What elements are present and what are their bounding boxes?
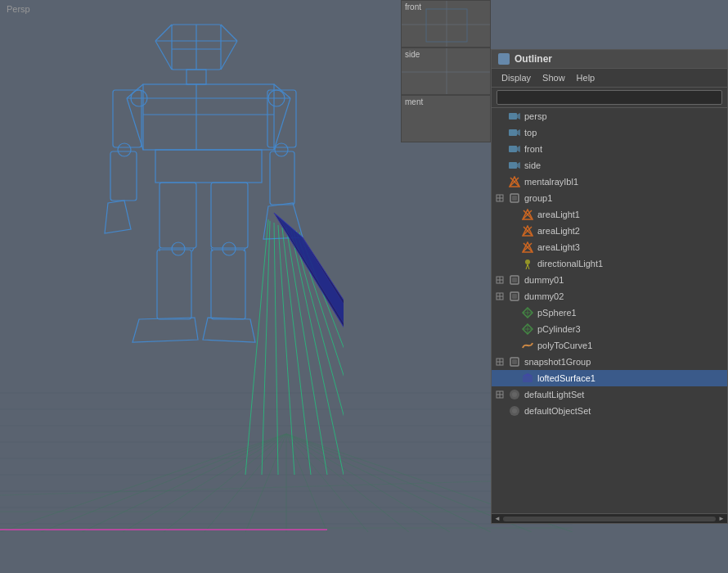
outliner-item-snapshot1Group[interactable]: snapshot1Group (492, 354, 727, 370)
item-icon-pSphere1 (521, 306, 534, 319)
thumbnail-ment[interactable]: ment (401, 95, 491, 142)
svg-marker-56 (203, 318, 255, 342)
outliner-item-loftedSurface1[interactable]: loftedSurface1 (492, 370, 727, 386)
item-icon-top (508, 126, 521, 139)
item-icon-polyToCurve1 (521, 339, 534, 352)
expand-btn-group1[interactable] (495, 193, 505, 203)
svg-point-139 (512, 392, 517, 397)
svg-line-38 (274, 84, 290, 98)
outliner-item-pCylinder3[interactable]: pCylinder3 (492, 321, 727, 337)
thumb-front-grid (402, 1, 491, 47)
scroll-right-arrow[interactable]: ► (717, 515, 726, 523)
svg-rect-44 (155, 150, 262, 183)
svg-point-109 (525, 259, 530, 264)
outliner-item-areaLight1[interactable]: areaLight1 (492, 206, 727, 223)
outliner-panel: Outliner Display Show Help persp top fro… (491, 49, 728, 524)
svg-rect-133 (523, 376, 533, 382)
viewport-corner-label: Persp (7, 4, 30, 14)
item-label-polyToCurve1: polyToCurve1 (537, 341, 724, 350)
outliner-item-defaultObjectSet[interactable]: defaultObjectSet (492, 403, 727, 419)
item-label-persp: persp (524, 111, 724, 121)
svg-marker-91 (517, 162, 520, 169)
item-label-areaLight1: areaLight1 (537, 210, 724, 219)
item-icon-directionalLight1 (521, 257, 534, 270)
svg-marker-87 (517, 129, 520, 136)
svg-rect-52 (211, 183, 248, 248)
item-icon-areaLight2 (521, 224, 534, 237)
svg-line-110 (526, 264, 528, 269)
svg-rect-90 (509, 162, 517, 169)
svg-marker-134 (523, 373, 533, 376)
outliner-item-side[interactable]: side (492, 157, 727, 174)
item-label-areaLight3: areaLight3 (537, 242, 724, 252)
svg-point-66 (222, 242, 236, 255)
svg-rect-35 (186, 70, 206, 84)
outliner-panel-icon (498, 53, 510, 65)
svg-rect-51 (160, 183, 196, 248)
outliner-list[interactable]: persp top front side mentalrayIbl1 group… (492, 108, 727, 513)
item-label-defaultObjectSet: defaultObjectSet (524, 406, 724, 416)
outliner-menu-help[interactable]: Help (572, 71, 600, 84)
thumbnail-front[interactable]: front (401, 0, 491, 47)
outliner-item-pSphere1[interactable]: pSphere1 (492, 305, 727, 321)
outliner-title: Outliner (515, 53, 552, 65)
thumbnail-ment-label: ment (405, 97, 423, 106)
svg-line-28 (155, 25, 172, 41)
svg-line-29 (221, 25, 237, 41)
outliner-item-front[interactable]: front (492, 141, 727, 157)
outliner-item-areaLight3[interactable]: areaLight3 (492, 239, 727, 255)
item-label-loftedSurface1: loftedSurface1 (537, 373, 724, 383)
item-label-dummy01: dummy01 (524, 275, 724, 285)
outliner-item-areaLight2[interactable]: areaLight2 (492, 223, 727, 239)
outliner-menu-show[interactable]: Show (537, 71, 570, 84)
outliner-scrollbar-bottom: ◄ ► (492, 513, 727, 523)
svg-line-58 (192, 248, 194, 251)
svg-point-65 (172, 242, 185, 255)
item-icon-loftedSurface1 (521, 372, 534, 385)
thumbnail-panel: front side ment (401, 0, 491, 142)
outliner-item-polyToCurve1[interactable]: polyToCurve1 (492, 337, 727, 354)
item-icon-areaLight1 (521, 208, 534, 221)
outliner-item-persp[interactable]: persp (492, 108, 727, 124)
outliner-item-defaultLightSet[interactable]: defaultLightSet (492, 386, 727, 403)
outliner-item-directionalLight1[interactable]: directionalLight1 (492, 255, 727, 272)
outliner-titlebar: Outliner (492, 50, 727, 69)
item-icon-front (508, 142, 521, 156)
item-label-dummy02: dummy02 (524, 291, 724, 301)
item-label-areaLight2: areaLight2 (537, 226, 724, 236)
svg-rect-121 (512, 294, 517, 299)
scroll-track[interactable] (503, 517, 716, 521)
item-icon-snapshot1Group (508, 355, 521, 368)
scroll-left-arrow[interactable]: ◄ (493, 515, 501, 523)
outliner-search-bar (492, 88, 727, 108)
svg-rect-84 (509, 113, 517, 120)
outliner-menu-display[interactable]: Display (497, 71, 536, 84)
expand-btn-dummy02[interactable] (495, 291, 505, 301)
svg-point-63 (118, 143, 131, 156)
outliner-item-dummy02[interactable]: dummy02 (492, 288, 727, 305)
outliner-item-top[interactable]: top (492, 124, 727, 141)
thumb-side-grid (402, 48, 491, 95)
outliner-item-group1[interactable]: group1 (492, 190, 727, 206)
expand-btn-defaultLightSet[interactable] (495, 390, 505, 399)
svg-rect-36 (143, 84, 274, 150)
svg-point-141 (512, 408, 517, 413)
item-label-snapshot1Group: snapshot1Group (524, 357, 724, 367)
item-label-defaultLightSet: defaultLightSet (524, 390, 724, 399)
item-label-top: top (524, 128, 724, 138)
outliner-search-input[interactable] (497, 90, 722, 105)
svg-marker-47 (105, 201, 131, 233)
item-icon-defaultLightSet (508, 388, 521, 401)
item-icon-dummy01 (508, 273, 521, 286)
expand-btn-dummy01[interactable] (495, 275, 505, 285)
outliner-item-dummy01[interactable]: dummy01 (492, 272, 727, 288)
outliner-item-mentalrayIbl1[interactable]: mentalrayIbl1 (492, 174, 727, 190)
svg-line-76 (245, 219, 268, 475)
outliner-menubar: Display Show Help (492, 69, 727, 88)
svg-marker-55 (133, 318, 198, 342)
svg-line-74 (262, 221, 270, 475)
item-label-directionalLight1: directionalLight1 (537, 259, 724, 268)
svg-rect-53 (157, 250, 191, 319)
expand-btn-snapshot1Group[interactable] (495, 357, 505, 367)
thumbnail-side[interactable]: side (401, 47, 491, 95)
